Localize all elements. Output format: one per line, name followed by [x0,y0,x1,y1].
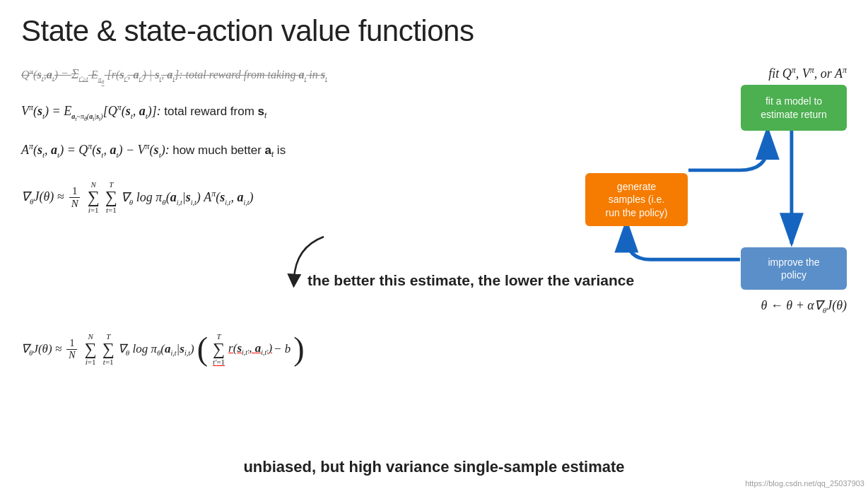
eq4: ∇θJ(θ) ≈ 1 N N ∑ i=1 T ∑ t=1 ∇θ log πθ(a… [21,180,253,214]
eq1-strikethrough: Qπ(st,at) = Σt'≥t Eπθ [r(st', at') | st,… [21,69,327,81]
eq3: Aπ(st, at) = Qπ(st, at) − Vπ(st): how mu… [21,143,286,157]
watermark: https://blog.csdn.net/qq_25037903 [745,479,864,488]
eq4-container: ∇θJ(θ) ≈ 1 N N ∑ i=1 T ∑ t=1 ∇θ log πθ(a… [21,180,585,214]
box-orange: generate samples (i.e. run the policy) [585,173,688,226]
eq1-container: Qπ(st,at) = Σt'≥t Eπθ [r(st', at') | st,… [21,67,585,86]
box-green: fit a model to estimate return [741,85,847,131]
eq5: ∇θJ(θ) ≈ 1 N N ∑ i=1 T ∑ t=1 ∇θ log πθ(a… [21,332,306,366]
page-title: State & state-action value functions [21,14,847,48]
box-blue: improve the policy [741,247,847,290]
eq5-container: ∇θJ(θ) ≈ 1 N N ∑ i=1 T ∑ t=1 ∇θ log πθ(a… [21,332,727,366]
diagram: fit Qπ, Vπ, or Aπ fit a model to estimat… [578,64,847,318]
eq3-container: Aπ(st, at) = Qπ(st, at) − Vπ(st): how mu… [21,141,286,159]
eq2-container: Vπ(st) = Eat~πθ(at|st)[Qπ(st, at)]: tota… [21,102,266,122]
theta-update: θ ← θ + α∇θJ(θ) [761,297,847,314]
eq2: Vπ(st) = Eat~πθ(at|st)[Qπ(st, at)]: tota… [21,104,266,118]
bottom-label: unbiased, but high variance single-sampl… [0,458,868,476]
slide: State & state-action value functions Qπ(… [0,0,868,489]
eq1: Qπ(st,at) = Σt'≥t Eπθ [r(st', at') | st,… [21,69,327,81]
